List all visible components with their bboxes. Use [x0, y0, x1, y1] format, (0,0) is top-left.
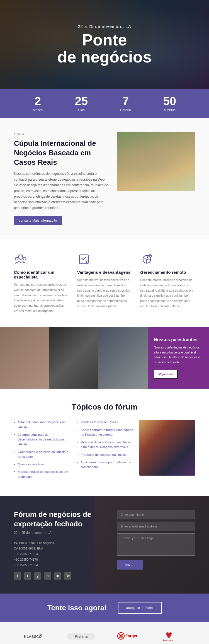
countdown-bar: 2 Meses 25 Dias 7 Horário 50 Minutos [0, 89, 209, 118]
list-item: Questões jurídicas [14, 462, 71, 467]
about-title: Cúpula Internacional de Negócios Baseada… [14, 139, 109, 167]
speakers-title: Nossos palestrantes [154, 337, 203, 342]
contact-form: enviar [117, 510, 195, 580]
contact-date: 22 a 25 de novembro, LA [14, 531, 106, 535]
forum-content: Mitos e lendas sobre negócios na Rússia … [14, 420, 195, 482]
svg-point-2 [23, 257, 26, 260]
cta-title: Tente isso agora! [47, 604, 106, 612]
feature-1: Como identificar um especialista Por est… [14, 253, 69, 313]
list-item: 10 erros principais de desenvolvimento d… [14, 432, 71, 447]
speakers-more-button[interactable]: Veja mais [154, 370, 178, 379]
message-input[interactable] [117, 533, 195, 556]
countdown-minutes: 50 Minutos [163, 95, 176, 112]
hero-title: Ponte de negócios [57, 32, 152, 66]
about-text: Sobre Cúpula Internacional de Negócios B… [14, 132, 109, 225]
contact-section: Fórum de negócios de exportação fechado … [0, 496, 209, 594]
list-item: Como contratar e formar uma equipe na Rú… [77, 428, 134, 437]
list-item: Mitos e lendas sobre negócios na Rússia [14, 420, 71, 430]
svg-point-8 [40, 634, 42, 636]
about-image-bg [117, 132, 195, 191]
feature-1-title: Como identificar um especialista [14, 270, 69, 279]
forum-lists: Mitos e lendas sobre negócios na Rússia … [14, 420, 134, 482]
linkedin-icon[interactable]: in [54, 572, 61, 580]
about-image [117, 132, 195, 191]
logo-riviana: Riviana [67, 633, 95, 640]
about-body: Nossas conferências de negócios são a es… [14, 171, 109, 211]
contact-address: PO Box 515381, Los Angeles,CA 90051-6681… [14, 540, 106, 568]
list-item: Vendas efetivas na Rússia [77, 420, 134, 425]
youtube-icon[interactable]: y [34, 572, 41, 580]
countdown-hours: 7 Horário [120, 95, 131, 112]
svg-point-1 [15, 257, 18, 260]
feature-3: Gerenciamento remoto Por este motivo, no… [140, 253, 195, 313]
feature-2-body: Por este motivo, nossos aplicativos da w… [77, 277, 132, 309]
contact-title: Fórum de negócios de exportação fechado [14, 510, 106, 529]
hero-section: 22 a 25 de novembro, LA Ponte de negócio… [0, 0, 209, 89]
cta-button[interactable]: comprar bilhete [118, 602, 162, 614]
feature-2-icon [77, 253, 91, 266]
list-item: Mercado russo de especialistas em tecnol… [14, 469, 71, 479]
feature-1-icon [14, 253, 27, 266]
svg-point-0 [18, 255, 23, 259]
feature-2: Vantagens e desvantagens Por este motivo… [77, 253, 132, 313]
forum-section: Tópicos do fórum Mitos e lendas sobre ne… [0, 389, 209, 496]
svg-point-11 [120, 635, 122, 637]
submit-button[interactable]: enviar [117, 560, 143, 570]
svg-text:Target: Target [126, 634, 137, 638]
speaker-photo-1 [0, 327, 49, 389]
speakers-body: Nossas conferências de negócios são a es… [154, 345, 203, 365]
instagram-icon[interactable]: o [44, 572, 51, 580]
feature-3-title: Gerenciamento remoto [140, 270, 195, 275]
list-item: Agricultura russa: oportunidades de cres… [77, 460, 134, 470]
about-label: Sobre [14, 132, 109, 136]
about-section: Sobre Cúpula Internacional de Negócios B… [0, 118, 209, 239]
speakers-section: Nossos palestrantes Nossas conferências … [0, 327, 209, 389]
forum-list-2: Vendas efetivas na Rússia Como contratar… [77, 420, 134, 482]
feature-3-body: Por este motivo, nossos aplicativos da w… [140, 277, 195, 309]
hero-content: 22 a 25 de novembro, LA Ponte de negócio… [57, 24, 152, 66]
svg-text:American: American [163, 639, 173, 641]
logo-target: Target [114, 632, 142, 641]
email-input[interactable] [117, 522, 195, 531]
speaker-photo-2 [49, 327, 99, 389]
contact-left: Fórum de negócios de exportação fechado … [14, 510, 106, 580]
forum-image [139, 420, 195, 476]
name-input[interactable] [117, 510, 195, 519]
feature-2-title: Vantagens e desvantagens [77, 270, 132, 275]
features-section: Como identificar um especialista Por est… [0, 239, 209, 327]
list-item: Mercado de investimento na Rússia e no e… [77, 440, 134, 450]
logo-klassco: KLASSCO [21, 632, 48, 641]
countdown-days: 25 Dias [75, 95, 88, 112]
feature-1-body: Por este motivo, nossos aplicativos da w… [14, 282, 69, 313]
forum-list-1: Mitos e lendas sobre negócios na Rússia … [14, 420, 71, 482]
facebook-icon[interactable]: f [14, 572, 21, 580]
about-more-button[interactable]: consulte Mais informação [14, 216, 62, 225]
list-item: Cooperação e parceria na Rússia e no ext… [14, 450, 71, 459]
behance-icon[interactable]: Be [64, 572, 71, 580]
list-item: Produção de sucesso na Rússia [77, 452, 134, 457]
countdown-months: 2 Meses [33, 95, 43, 112]
svg-text:KLASSCO: KLASSCO [24, 635, 42, 639]
twitter-icon[interactable]: t [24, 572, 31, 580]
logos-section: KLASSCO Riviana Target American Heart As… [0, 622, 209, 644]
logos-row-1: KLASSCO Riviana Target American Heart As… [11, 630, 198, 642]
forum-title: Tópicos do fórum [14, 403, 195, 411]
speakers-info: Nossos palestrantes Nossas conferências … [148, 327, 209, 389]
speakers-photos [0, 327, 148, 389]
feature-3-icon [140, 253, 154, 266]
hero-date: 22 a 25 de novembro, LA [57, 24, 152, 29]
social-icons: f t y o in Be [14, 572, 106, 580]
speaker-photo-3 [98, 327, 148, 389]
logo-aha: American Heart Association. [161, 630, 188, 642]
cta-section: Tente isso agora! comprar bilhete [0, 594, 209, 622]
